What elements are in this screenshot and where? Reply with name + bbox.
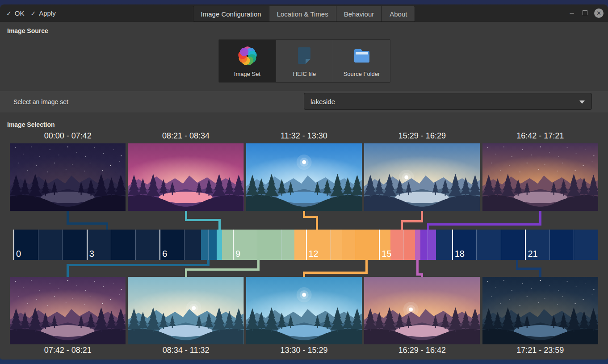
image-selection-title: Image Selection (7, 121, 55, 128)
time-range-label: 16:29 - 16:42 (364, 346, 480, 355)
image-set-select-label: Select an image set (13, 91, 68, 113)
header-actions: ✓ OK ✓ Apply (6, 4, 56, 22)
source-type-source-folder[interactable]: Source Folder (333, 40, 390, 82)
timeline-hour-tick (257, 230, 257, 260)
maximize-button[interactable] (581, 10, 588, 17)
timeline-hour-tick (87, 230, 88, 260)
tab-about[interactable]: About (382, 6, 415, 21)
time-range-label: 17:21 - 23:59 (482, 346, 598, 355)
timeline-hour-shade (281, 230, 306, 260)
connector-zone (0, 211, 608, 230)
timeline-hour-tick (306, 230, 307, 260)
timeline-hour-tick (428, 230, 428, 260)
close-button[interactable]: ✕ (594, 8, 604, 18)
wallpaper-art (246, 143, 362, 211)
timeline-hour-number: 12 (309, 249, 319, 259)
wallpaper-thumbnail-top-4[interactable] (364, 143, 480, 211)
apply-button[interactable]: ✓ Apply (30, 9, 55, 17)
wallpaper-art (246, 277, 362, 344)
timeline-connector-line (185, 268, 187, 277)
timeline-connector-line (427, 223, 541, 226)
timeline-hour-tick (403, 230, 404, 260)
wallpaper-thumbnail-bottom-2[interactable] (128, 277, 243, 344)
timeline-connector-line (185, 219, 221, 221)
timeline-hour-tick (62, 230, 63, 260)
timeline-hour-tick (476, 230, 477, 260)
timeline-connector-line (303, 272, 305, 277)
time-range-label: 15:29 - 16:29 (364, 131, 480, 141)
wallpaper-thumbnail-bottom-1[interactable] (10, 277, 126, 344)
timeline-hour-tick (135, 230, 136, 260)
timeline-hour-shade (428, 230, 452, 260)
time-range-label: 08:21 - 08:34 (128, 131, 243, 141)
wallpaper-art (364, 277, 480, 344)
heic-file-icon (294, 45, 315, 67)
timeline-hour-number: 21 (528, 249, 537, 259)
source-type-group: Image Set HEIC file Source Folder (218, 39, 390, 83)
timeline-hour-number: 3 (89, 249, 94, 259)
ok-button[interactable]: ✓ OK (6, 9, 24, 17)
timeline-connector-line (401, 220, 403, 230)
image-set-pinwheel-icon (237, 45, 258, 67)
ok-button-label: OK (15, 9, 25, 17)
wallpaper-thumbnail-top-5[interactable] (482, 143, 598, 211)
wallpaper-art (482, 143, 598, 211)
timeline-hour-tick (355, 230, 355, 260)
timeline-segment (217, 230, 222, 260)
tab-image-configuration[interactable]: Image Configuration (193, 6, 269, 21)
source-type-label: HEIC file (293, 71, 316, 77)
timeline-hour-tick (549, 230, 550, 260)
timeline-hour-tick (159, 230, 160, 260)
source-folder-icon (351, 45, 373, 67)
timeline-hour-number: 0 (16, 249, 21, 259)
wallpaper-thumbnail-top-1[interactable] (10, 143, 126, 211)
tab-location-times[interactable]: Location & Times (269, 6, 336, 21)
timeline-hour-tick (184, 230, 184, 260)
wallpaper-thumbnail-bottom-3[interactable] (246, 277, 362, 344)
timeline-hour-shade (330, 230, 355, 260)
source-type-label: Source Folder (344, 71, 380, 77)
timeline-connector-line (316, 216, 318, 230)
time-range-label: 00:00 - 07:42 (10, 131, 126, 141)
timeline-connector-line (67, 222, 108, 225)
wallpaper-thumbnail-top-2[interactable] (128, 143, 243, 211)
timeline-hour-number: 6 (162, 249, 167, 259)
connector-zone (0, 260, 608, 277)
tab-behaviour[interactable]: Behaviour (336, 6, 382, 21)
timeline-hour-tick (111, 230, 111, 260)
timeline-hour-number: 15 (382, 249, 391, 259)
timeline-connector-line (303, 272, 368, 274)
timeline-hour-tick (379, 230, 380, 260)
timeline-connector-line (185, 268, 260, 271)
timeline-hour-tick (233, 230, 234, 260)
wallpaper-thumbnail-bottom-5[interactable] (482, 277, 598, 344)
timeline-hour-shade (38, 230, 63, 260)
timeline-connector-line (539, 268, 541, 277)
timeline-hour-tick (330, 230, 331, 260)
timeline-hour-tick (281, 230, 282, 260)
source-type-image-set[interactable]: Image Set (219, 40, 276, 82)
wallpaper-thumbnail-bottom-4[interactable] (364, 277, 480, 344)
timeline-connector-line (427, 223, 429, 230)
timeline-hour-tick (452, 230, 453, 260)
check-icon: ✓ (6, 10, 12, 17)
timeline-connector-line (67, 264, 69, 277)
check-icon: ✓ (30, 10, 36, 17)
minimize-button[interactable]: ─ (568, 10, 575, 17)
timeline-hour-tick (501, 230, 501, 260)
timeline-connector-line (516, 268, 541, 270)
wallpaper-art (364, 143, 480, 211)
image-set-dropdown[interactable]: lakeside (304, 93, 592, 110)
source-type-label: Image Set (234, 71, 260, 77)
timeline-connector-line (218, 219, 221, 230)
timeline-hour-shade (184, 230, 209, 260)
day-timeline: 036912151821 (13, 230, 598, 260)
timeline-hour-tick (13, 230, 14, 260)
source-type-heic-file[interactable]: HEIC file (276, 40, 333, 82)
wallpaper-thumbnail-top-3[interactable] (246, 143, 362, 211)
time-range-label: 07:42 - 08:21 (10, 346, 126, 355)
header-bar: ✓ OK ✓ Apply Image Configuration Locatio… (0, 4, 608, 22)
time-range-label: 13:30 - 15:29 (246, 346, 362, 355)
timeline-hour-tick (208, 230, 209, 260)
app-window: ✓ OK ✓ Apply Image Configuration Locatio… (0, 4, 608, 360)
